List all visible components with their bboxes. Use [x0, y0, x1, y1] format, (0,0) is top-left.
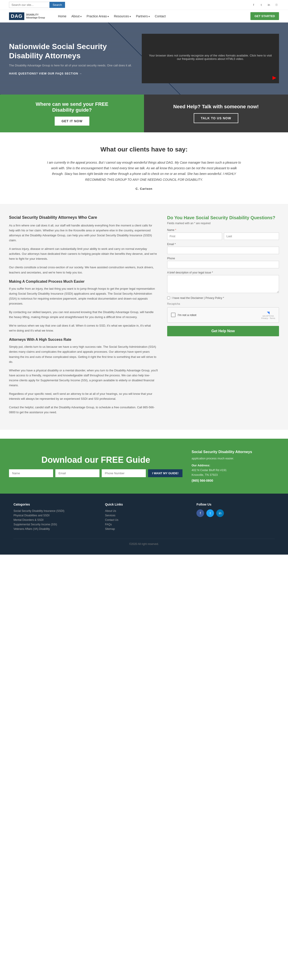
content-left: Social Security Disability Attorneys Who…: [9, 215, 158, 418]
testimonial-section: What our clients have to say: I am curre…: [0, 132, 288, 204]
logo-subtitle: DISABILITY Advantage Group: [26, 13, 45, 19]
form-phone-group: Phone: [167, 257, 279, 268]
footer-social-icons: f t in: [196, 509, 275, 517]
get-started-button[interactable]: GET STARTED: [250, 12, 279, 20]
footer-cat-4[interactable]: Veterans Affairs (VA) Disability: [13, 527, 92, 530]
download-right-desc: application process much easier.: [191, 456, 279, 461]
main-content: Social Security Disability Attorneys Who…: [0, 204, 288, 430]
recaptcha-checkbox[interactable]: [171, 313, 175, 317]
get-help-button[interactable]: Get Help Now: [167, 326, 279, 336]
section3-p3: Regardless of your specific need, we'll …: [9, 391, 158, 401]
form-disclaimer-checkbox[interactable]: [167, 296, 170, 299]
section3-p4: Contact the helpful, candid staff at the…: [9, 405, 158, 415]
form-desc-group: A brief description of your legal issue …: [167, 271, 279, 294]
recaptcha-logo: ◥ reCAPTCHA Privacy - Terms: [261, 310, 275, 320]
footer-quicklinks: Quick Links About Us Services Contact Us…: [105, 503, 183, 532]
youtube-icon[interactable]: ▶: [272, 75, 276, 81]
footer: Catogories Social Security Disability In…: [0, 493, 288, 555]
section1-p1: As a firm where one call does it all, ou…: [9, 223, 158, 243]
nav-about[interactable]: About: [70, 13, 83, 19]
section2-p1: If you suffer from an injury, the last t…: [9, 286, 158, 306]
form-name-group: Name *: [167, 229, 279, 240]
footer-cat-2[interactable]: Mental Disorders & SSDI: [13, 519, 92, 522]
footer-link-4[interactable]: Sitemap: [105, 527, 183, 530]
get-it-now-button[interactable]: GET IT NOW: [55, 116, 89, 126]
footer-link-0[interactable]: About Us: [105, 509, 183, 512]
testimonial-title: What our clients have to say:: [45, 146, 243, 153]
footer-quicklinks-title: Quick Links: [105, 503, 183, 506]
form-disclaimer-label: I have read the Disclaimer | Privacy Pol…: [172, 296, 224, 299]
hero-description: The Disability Advantage Group is here f…: [9, 64, 133, 67]
download-email-input[interactable]: [55, 469, 99, 477]
footer-link-1[interactable]: Services: [105, 514, 183, 517]
hero-text: Nationwide Social Security Disability At…: [9, 42, 133, 75]
form-first-name[interactable]: [167, 232, 222, 240]
hero-faq-link[interactable]: HAVE QUESTIONS? VIEW OUR FAQS SECTION →: [9, 72, 82, 75]
footer-link-3[interactable]: FAQs: [105, 523, 183, 526]
footer-facebook-icon[interactable]: f: [196, 509, 204, 517]
section1-p3: Our clients constitute a broad cross-sec…: [9, 265, 158, 275]
cta-left-text: Where can we send your FREE Disability g…: [36, 101, 108, 113]
recaptcha-box: I'm not a robot ◥ reCAPTCHA Privacy - Te…: [167, 307, 279, 323]
form-description-input[interactable]: [167, 275, 279, 293]
facebook-icon[interactable]: f: [251, 3, 256, 8]
footer-cat-3[interactable]: Supplemental Security Income (SSI): [13, 523, 92, 526]
footer-linkedin-icon[interactable]: in: [216, 509, 224, 517]
nav-partners[interactable]: Partners: [134, 13, 152, 19]
form-name-row: [167, 232, 279, 240]
section2-title: Making A Complicated Process Much Easier: [9, 280, 158, 283]
address-line2: Knoxville, TN 37923: [191, 473, 279, 477]
footer-phone: (865) 566-0800: [191, 479, 279, 482]
download-title: Download our FREE Guide: [9, 455, 183, 465]
search-button[interactable]: Search: [49, 2, 65, 8]
section3-p1: Simply put, clients turn to us because w…: [9, 344, 158, 364]
top-bar: Search f t in ☉: [0, 0, 288, 10]
testimonial-text: I am currently in the appeal process. Bu…: [45, 160, 243, 183]
download-name-input[interactable]: [9, 469, 53, 477]
download-left: Download our FREE Guide I WANT MY GUIDE!: [9, 455, 183, 477]
download-right: Social Security Disability Attorneys app…: [191, 450, 279, 482]
address-line1: 402 N Cedar Bluff Rd #191: [191, 468, 279, 473]
search-form: Search: [9, 2, 65, 8]
section3-title: Attorneys With A High Success Rate: [9, 337, 158, 342]
footer-follow: Follow Us f t in: [196, 503, 275, 532]
footer-cat-1[interactable]: Physical Disabilities and SSDI: [13, 514, 92, 517]
form-last-name[interactable]: [224, 232, 279, 240]
recaptcha-label: Recaptcha: [167, 302, 279, 305]
cta-left: Where can we send your FREE Disability g…: [0, 94, 144, 132]
footer-twitter-icon[interactable]: t: [206, 509, 214, 517]
nav-contact[interactable]: Contact: [153, 13, 167, 19]
section3-p2: Whether you have a physical disability o…: [9, 368, 158, 388]
form-email-input[interactable]: [167, 247, 279, 254]
form-phone-input[interactable]: [167, 261, 279, 268]
nav-resources[interactable]: Resources: [112, 13, 133, 19]
download-phone-input[interactable]: [102, 469, 146, 477]
logo-text: DAG: [9, 13, 24, 20]
form-desc-label: A brief description of your legal issue …: [167, 271, 279, 274]
footer-categories-title: Catogories: [13, 503, 92, 506]
cta-right-text: Need Help? Talk with someone now!: [173, 104, 259, 110]
form-check-group: I have read the Disclaimer | Privacy Pol…: [167, 296, 279, 299]
footer-link-2[interactable]: Contact Us: [105, 519, 183, 522]
logo[interactable]: DAG DISABILITY Advantage Group: [9, 13, 45, 20]
navbar: DAG DISABILITY Advantage Group Home Abou…: [0, 10, 288, 22]
section2-p2: By contacting our skilled lawyers, you c…: [9, 310, 158, 320]
footer-cat-0[interactable]: Social Security Disability Insurance (SS…: [13, 509, 92, 512]
linkedin-icon[interactable]: in: [266, 3, 271, 8]
social-icons-top: f t in ☉: [251, 3, 279, 8]
twitter-icon[interactable]: t: [259, 3, 264, 8]
download-cta-button[interactable]: I WANT MY GUIDE!: [148, 469, 183, 477]
form-email-label: Email *: [167, 243, 279, 246]
hero-title: Nationwide Social Security Disability At…: [9, 42, 133, 60]
form-phone-label: Phone: [167, 257, 279, 260]
instagram-icon[interactable]: ☉: [274, 3, 279, 8]
talk-to-us-button[interactable]: TALK TO US NOW: [194, 113, 239, 123]
search-input[interactable]: [9, 2, 49, 8]
testimonial-author: C. Carlson: [45, 187, 243, 191]
section2-p3: We're serious when we say that one call …: [9, 323, 158, 333]
section1-title: Social Security Disability Attorneys Who…: [9, 215, 158, 220]
hero-video-text: Your browser does not currently recogniz…: [148, 54, 272, 60]
nav-practice-areas[interactable]: Practice Areas: [85, 13, 111, 19]
nav-home[interactable]: Home: [56, 13, 68, 19]
footer-copyright: ©2020 All right reserved.: [13, 539, 275, 546]
